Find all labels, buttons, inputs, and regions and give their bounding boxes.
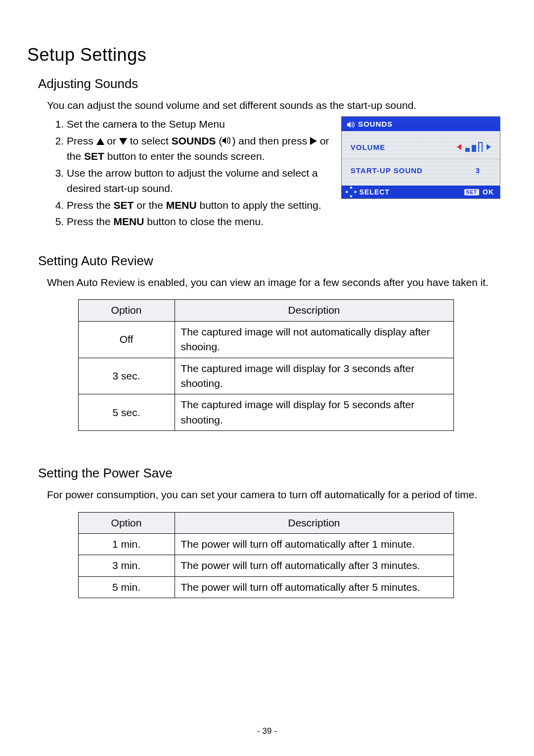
menu-label: MENU bbox=[166, 199, 197, 211]
text: button to apply the setting. bbox=[199, 199, 321, 211]
option-cell: 5 sec. bbox=[78, 394, 175, 431]
set-label: SET bbox=[114, 199, 134, 211]
option-cell: 3 min. bbox=[78, 555, 175, 576]
set-label: SET bbox=[84, 150, 104, 162]
volume-bar-2 bbox=[472, 145, 476, 152]
up-arrow-icon bbox=[96, 138, 104, 145]
text: and then press bbox=[238, 135, 310, 146]
text: to select bbox=[130, 135, 172, 146]
desc-cell: The power will turn off automatically af… bbox=[175, 576, 453, 598]
th-description: Description bbox=[175, 300, 453, 321]
lcd-volume-label: VOLUME bbox=[351, 143, 385, 151]
volume-control bbox=[457, 142, 491, 152]
option-cell: 1 min. bbox=[78, 534, 175, 555]
step-2: Press or to select SOUNDS () and then pr… bbox=[67, 133, 331, 164]
lcd-ok-label: OK bbox=[483, 188, 494, 196]
th-option: Option bbox=[78, 512, 175, 533]
dpad-icon bbox=[348, 189, 355, 195]
down-arrow-icon bbox=[119, 138, 127, 145]
table-row: 1 min. The power will turn off automatic… bbox=[78, 534, 453, 555]
lcd-select-label: SELECT bbox=[359, 188, 390, 196]
section-heading-powersave: Setting the Power Save bbox=[38, 466, 504, 481]
volume-bar-3 bbox=[478, 142, 483, 152]
table-row: Off The captured image will not automati… bbox=[78, 321, 453, 358]
desc-cell: The captured image will display for 3 se… bbox=[175, 358, 453, 394]
text: Press bbox=[67, 135, 96, 146]
table-header-row: Option Description bbox=[78, 300, 453, 321]
sounds-label: SOUNDS bbox=[172, 135, 216, 146]
desc-cell: The captured image will display for 5 se… bbox=[175, 394, 453, 431]
left-arrow-icon bbox=[457, 144, 461, 150]
powersave-intro: For power consumption, you can set your … bbox=[47, 488, 504, 502]
text: or the bbox=[136, 199, 166, 211]
desc-cell: The captured image will not automaticall… bbox=[175, 321, 453, 358]
sounds-steps: Set the camera to the Setup Menu Press o… bbox=[48, 116, 331, 230]
sounds-intro: You can adjust the sound volume and set … bbox=[47, 98, 504, 112]
text: or bbox=[107, 135, 119, 146]
step-3: Use the arrow button to adjust the volum… bbox=[67, 165, 331, 196]
table-row: 3 sec. The captured image will display f… bbox=[78, 358, 453, 394]
step-5: Press the MENU button to close the menu. bbox=[67, 214, 331, 230]
table-row: 5 min. The power will turn off automatic… bbox=[78, 576, 453, 598]
text: button to enter the sounds screen. bbox=[107, 150, 265, 162]
volume-bar-1 bbox=[465, 148, 470, 152]
page-title: Setup Settings bbox=[27, 45, 504, 65]
desc-cell: The power will turn off automatically af… bbox=[175, 534, 453, 555]
option-cell: 3 sec. bbox=[78, 358, 175, 394]
section-heading-autoreview: Setting Auto Review bbox=[38, 253, 504, 269]
lcd-title: SOUNDS bbox=[358, 120, 393, 128]
powersave-table: Option Description 1 min. The power will… bbox=[78, 512, 454, 599]
step-4: Press the SET or the MENU button to appl… bbox=[67, 197, 331, 213]
th-description: Description bbox=[175, 512, 453, 533]
text: button to close the menu. bbox=[147, 216, 264, 227]
th-option: Option bbox=[78, 300, 175, 321]
text: Press the bbox=[67, 216, 114, 227]
step-1: Set the camera to the Setup Menu bbox=[67, 116, 331, 132]
right-arrow-icon bbox=[310, 137, 317, 145]
option-cell: Off bbox=[78, 321, 175, 358]
menu-label: MENU bbox=[114, 216, 144, 227]
section-heading-sounds: Adjusting Sounds bbox=[38, 76, 504, 92]
text: Press the bbox=[67, 199, 114, 211]
lcd-startup-value: 3 bbox=[476, 166, 491, 175]
autoreview-table: Option Description Off The captured imag… bbox=[78, 299, 454, 431]
speaker-icon: () bbox=[219, 135, 235, 146]
table-header-row: Option Description bbox=[78, 512, 453, 533]
table-row: 5 sec. The captured image will display f… bbox=[78, 394, 453, 431]
set-badge: SET bbox=[464, 189, 479, 195]
table-row: 3 min. The power will turn off automatic… bbox=[78, 555, 453, 576]
speaker-icon bbox=[347, 120, 356, 128]
page-number: - 39 - bbox=[0, 726, 534, 736]
option-cell: 5 min. bbox=[78, 576, 175, 598]
lcd-startup-label: START-UP SOUND bbox=[351, 166, 423, 175]
autoreview-intro: When Auto Review is enabled, you can vie… bbox=[47, 276, 504, 289]
desc-cell: The power will turn off automatically af… bbox=[175, 555, 453, 576]
right-arrow-icon bbox=[487, 144, 491, 150]
lcd-sounds-screenshot: SOUNDS VOLUME START-UP S bbox=[341, 116, 500, 199]
